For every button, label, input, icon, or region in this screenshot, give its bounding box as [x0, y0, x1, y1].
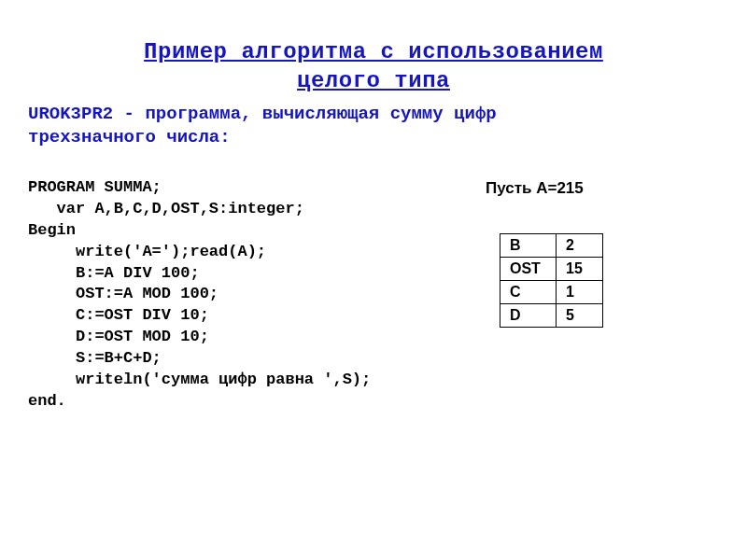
trace-val: 1 — [557, 280, 603, 303]
trace-val: 2 — [557, 233, 603, 257]
content-area: PROGRAM SUMMA; var A,B,C,D,OST,S:integer… — [28, 177, 719, 413]
trace-var: OST — [500, 257, 557, 280]
table-row: C 1 — [500, 280, 603, 303]
trace-val: 5 — [557, 303, 603, 327]
code-line: var A,B,C,D,OST,S:integer; — [28, 199, 448, 220]
subtitle-line-2: трехзначного числа: — [28, 127, 231, 147]
code-line: B:=A DIV 100; — [28, 263, 448, 285]
title-line-1: Пример алгоритма с использованием — [144, 39, 603, 64]
table-row: B 2 — [500, 233, 603, 257]
code-line: write('A=');read(A); — [28, 242, 448, 263]
code-line: writeln('сумма цифр равна ',S); — [28, 370, 448, 391]
subtitle-line-1: UROK3PR2 - программа, вычисляющая сумму … — [28, 104, 497, 124]
trace-var: B — [500, 233, 557, 257]
code-line: C:=OST DIV 10; — [28, 305, 448, 327]
code-line: PROGRAM SUMMA; — [28, 177, 448, 199]
title-line-2: целого типа — [297, 68, 450, 93]
code-line: Begin — [28, 220, 448, 242]
table-row: D 5 — [500, 303, 603, 327]
table-row: OST 15 — [500, 257, 603, 280]
trace-var: D — [500, 303, 557, 327]
trace-var: C — [500, 280, 557, 303]
code-line: S:=B+C+D; — [28, 348, 448, 370]
trace-table: B 2 OST 15 C 1 D 5 — [500, 233, 603, 328]
code-block: PROGRAM SUMMA; var A,B,C,D,OST,S:integer… — [28, 177, 448, 413]
slide-title: Пример алгоритма с использованием целого… — [28, 37, 719, 95]
example-block: Пусть A=215 B 2 OST 15 C 1 D 5 — [486, 177, 719, 413]
code-line: end. — [28, 391, 448, 413]
trace-val: 15 — [557, 257, 603, 280]
code-line: D:=OST MOD 10; — [28, 327, 448, 348]
slide-subtitle: UROK3PR2 - программа, вычисляющая сумму … — [28, 103, 719, 148]
example-label: Пусть A=215 — [486, 179, 719, 198]
code-line: OST:=A MOD 100; — [28, 284, 448, 305]
